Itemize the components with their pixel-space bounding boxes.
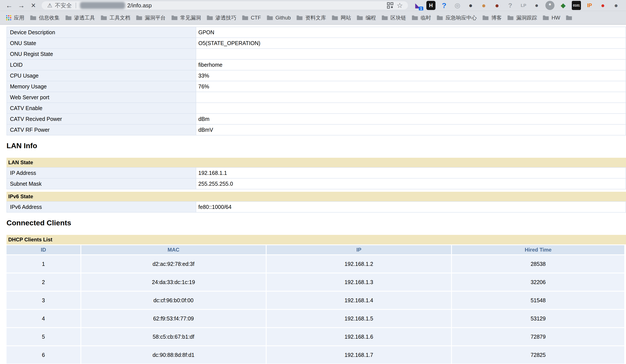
back-button[interactable]: ← xyxy=(3,1,15,10)
bookmark-folder[interactable]: 漏洞平台 xyxy=(133,13,168,23)
row-label: Memory Usage xyxy=(7,81,196,92)
bookmark-folder[interactable]: 信息收集 xyxy=(27,13,62,23)
row-value: 192.168.1.1 xyxy=(196,168,626,178)
bookmark-folder[interactable]: 工具文档 xyxy=(98,13,133,23)
lan-state-table: IP Address 192.168.1.1 Subnet Mask 255.2… xyxy=(6,167,626,189)
security-warning-icon[interactable]: ⚠ xyxy=(47,2,52,9)
row-value: O5(STATE_OPERATION) xyxy=(196,38,626,48)
extension-glyph: ● xyxy=(466,1,475,10)
browser-toolbar: ← → × ⚠ 不安全 2/info.asp ☆ xyxy=(0,0,626,11)
cell-id: 3 xyxy=(6,292,80,309)
cell-mac: dc:90:88:8d:8f:d1 xyxy=(81,346,266,364)
row-label: ONU State xyxy=(7,38,196,48)
extension-glyph: IP xyxy=(585,1,594,10)
extension-glyph: ● xyxy=(479,1,488,10)
bookmark-folder[interactable]: 应急响应中心 xyxy=(434,13,479,23)
bookmarks-bar: 应用 信息收集 xyxy=(0,11,626,25)
bookmark-label: 工具文档 xyxy=(110,14,130,21)
row-value: 76% xyxy=(196,81,626,92)
folder-icon xyxy=(436,15,443,20)
folder-icon xyxy=(171,15,178,20)
row-label: IPv6 Address xyxy=(7,202,196,212)
bookmark-folder[interactable]: 常见漏洞 xyxy=(168,13,204,23)
bookmark-folder[interactable]: Github xyxy=(264,13,294,22)
table-row: IPv6 Address fe80::1000/64 xyxy=(7,202,626,212)
cell-id: 2 xyxy=(6,273,80,291)
bookmark-folder[interactable]: 资料文库 xyxy=(293,13,329,23)
connected-clients-heading: Connected Clients xyxy=(6,218,626,227)
extension-icon[interactable]: ● xyxy=(598,0,608,10)
row-value xyxy=(196,48,626,59)
bookmark-label: Github xyxy=(275,15,291,21)
extension-icon[interactable]: 0101 xyxy=(571,0,581,10)
bookmark-label: 漏洞平台 xyxy=(145,14,166,21)
bookmark-label: 常见漏洞 xyxy=(180,14,201,21)
extension-icon[interactable]: ● xyxy=(532,0,542,10)
table-row: ONU State O5(STATE_OPERATION) xyxy=(7,38,626,48)
extension-glyph: H xyxy=(426,1,435,10)
folder-icon xyxy=(136,15,142,20)
extension-icon[interactable]: ● xyxy=(611,0,621,10)
extension-icon[interactable]: IP xyxy=(585,0,594,10)
extension-icon[interactable]: H xyxy=(426,0,436,10)
table-row: Memory Usage 76% xyxy=(7,81,626,92)
bookmark-folder[interactable]: CTF xyxy=(239,13,264,22)
row-value: GPON xyxy=(196,27,626,38)
row-label: CATV RF Power xyxy=(7,124,196,135)
bookmark-folder[interactable]: 临时 xyxy=(409,13,434,23)
extension-icon[interactable]: ? xyxy=(439,0,449,10)
extension-icon[interactable]: ◆ xyxy=(558,0,568,10)
qr-code-icon[interactable] xyxy=(385,1,395,10)
omnibox-divider xyxy=(76,2,76,8)
folder-icon xyxy=(267,15,273,20)
dhcp-client-row: 1 d2:ac:92:78:ed:3f 192.168.1.2 28538 xyxy=(6,255,624,273)
folder-icon xyxy=(356,15,363,20)
row-value: dBm xyxy=(196,113,626,124)
bookmark-folder[interactable]: 博客 xyxy=(479,13,504,23)
bookmark-label: 博客 xyxy=(491,14,502,21)
bookmark-folder[interactable]: 漏洞跟踪 xyxy=(504,13,540,23)
extension-icon[interactable]: ● xyxy=(479,0,489,10)
row-value: fe80::1000/64 xyxy=(196,202,626,212)
forward-button[interactable]: → xyxy=(15,1,27,10)
bookmark-label: 漏洞跟踪 xyxy=(516,14,537,21)
extension-icon[interactable]: ? xyxy=(505,0,515,10)
extension-badge: 1 xyxy=(419,6,423,10)
extension-glyph: LP xyxy=(519,1,528,10)
address-bar[interactable]: ⚠ 不安全 2/info.asp ☆ xyxy=(42,1,408,9)
row-value: 255.255.255.0 xyxy=(196,178,626,189)
extension-icon[interactable]: * xyxy=(545,0,555,10)
extension-icon[interactable]: LP xyxy=(518,0,528,10)
bookmark-star-icon[interactable]: ☆ xyxy=(395,1,404,10)
bookmark-label: HW xyxy=(551,15,560,21)
cell-id: 5 xyxy=(6,328,80,345)
bookmark-folder[interactable]: 编程 xyxy=(354,13,379,23)
bookmark-folder[interactable]: 网站 xyxy=(329,13,354,23)
dhcp-client-row: 5 58:c5:cb:67:b1:df 192.168.1.6 72879 xyxy=(6,328,624,345)
row-label: CATV Enable xyxy=(7,103,196,113)
extension-icon[interactable]: ● xyxy=(492,0,502,10)
extension-glyph: ? xyxy=(440,1,449,10)
bookmark-folder[interactable]: HW xyxy=(540,13,563,22)
row-value: 33% xyxy=(196,70,626,81)
bookmark-folder[interactable]: 渗透工具 xyxy=(62,13,98,23)
table-row: IP Address 192.168.1.1 xyxy=(7,168,626,178)
cell-hired-time: 72825 xyxy=(452,346,624,364)
row-value: dBmV xyxy=(196,124,626,135)
extension-icon[interactable]: ◣ 1 xyxy=(413,0,423,10)
bookmark-folder[interactable]: 区块链 xyxy=(379,13,409,23)
row-value xyxy=(196,103,626,113)
extension-icon[interactable]: ● xyxy=(466,0,475,10)
row-label: Subnet Mask xyxy=(7,178,196,189)
bookmark-apps[interactable]: 应用 xyxy=(3,13,27,23)
folder-icon xyxy=(507,15,514,20)
extension-glyph: 0101 xyxy=(572,1,581,10)
row-label: CPU Usage xyxy=(7,70,196,81)
extension-icon[interactable]: ◎ xyxy=(452,0,462,10)
row-value: fiberhome xyxy=(196,59,626,70)
bookmark-folder[interactable]: 渗透技巧 xyxy=(204,13,239,23)
bookmark-folder[interactable] xyxy=(563,14,578,22)
stop-button[interactable]: × xyxy=(27,1,39,10)
dhcp-clients-table: ID MAC IP Hired Time 1 d2:ac:92:78:ed:3f… xyxy=(6,244,625,364)
table-row: LOID fiberhome xyxy=(7,59,626,70)
